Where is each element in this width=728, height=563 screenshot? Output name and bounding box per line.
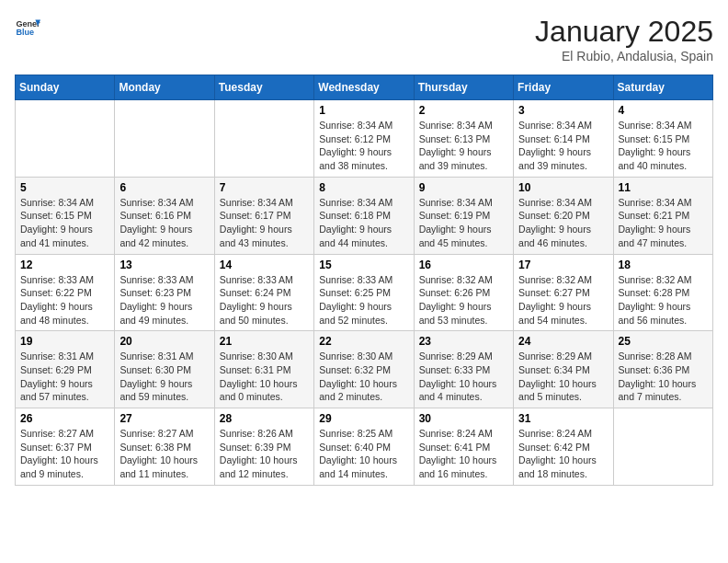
- calendar-day-30: 30Sunrise: 8:24 AMSunset: 6:41 PMDayligh…: [414, 408, 513, 486]
- calendar-day-24: 24Sunrise: 8:29 AMSunset: 6:34 PMDayligh…: [514, 331, 613, 408]
- day-number: 20: [119, 335, 209, 348]
- calendar-day-5: 5Sunrise: 8:34 AMSunset: 6:15 PMDaylight…: [16, 177, 115, 254]
- day-info: Sunrise: 8:31 AMSunset: 6:30 PMDaylight:…: [119, 350, 193, 402]
- day-number: 8: [319, 181, 408, 194]
- day-number: 25: [619, 335, 708, 348]
- calendar-week-3: 12Sunrise: 8:33 AMSunset: 6:22 PMDayligh…: [16, 254, 713, 331]
- calendar-day-1: 1Sunrise: 8:34 AMSunset: 6:12 PMDaylight…: [314, 100, 414, 178]
- day-number: 23: [419, 335, 508, 348]
- day-number: 3: [518, 104, 608, 117]
- day-info: Sunrise: 8:34 AMSunset: 6:19 PMDaylight:…: [419, 197, 493, 248]
- day-info: Sunrise: 8:27 AMSunset: 6:37 PMDaylight:…: [20, 428, 98, 479]
- day-number: 19: [20, 335, 109, 348]
- day-info: Sunrise: 8:34 AMSunset: 6:15 PMDaylight:…: [619, 120, 692, 171]
- calendar-day-27: 27Sunrise: 8:27 AMSunset: 6:38 PMDayligh…: [115, 408, 214, 486]
- day-info: Sunrise: 8:24 AMSunset: 6:41 PMDaylight:…: [419, 428, 497, 479]
- calendar-day-4: 4Sunrise: 8:34 AMSunset: 6:15 PMDaylight…: [613, 100, 712, 178]
- day-info: Sunrise: 8:26 AMSunset: 6:39 PMDaylight:…: [220, 428, 298, 479]
- calendar-day-18: 18Sunrise: 8:32 AMSunset: 6:28 PMDayligh…: [613, 254, 712, 331]
- day-info: Sunrise: 8:28 AMSunset: 6:36 PMDaylight:…: [619, 350, 697, 402]
- weekday-header-row: SundayMondayTuesdayWednesdayThursdayFrid…: [16, 75, 713, 100]
- calendar-day-2: 2Sunrise: 8:34 AMSunset: 6:13 PMDaylight…: [414, 100, 513, 178]
- calendar-day-3: 3Sunrise: 8:34 AMSunset: 6:14 PMDaylight…: [514, 100, 613, 178]
- calendar-day-9: 9Sunrise: 8:34 AMSunset: 6:19 PMDaylight…: [414, 177, 513, 254]
- day-info: Sunrise: 8:34 AMSunset: 6:14 PMDaylight:…: [518, 120, 592, 171]
- calendar-day-10: 10Sunrise: 8:34 AMSunset: 6:20 PMDayligh…: [514, 177, 613, 254]
- day-info: Sunrise: 8:34 AMSunset: 6:13 PMDaylight:…: [419, 120, 493, 171]
- day-info: Sunrise: 8:33 AMSunset: 6:23 PMDaylight:…: [119, 274, 193, 326]
- calendar-day-22: 22Sunrise: 8:30 AMSunset: 6:32 PMDayligh…: [314, 331, 414, 408]
- calendar-day-7: 7Sunrise: 8:34 AMSunset: 6:17 PMDaylight…: [214, 177, 313, 254]
- calendar-day-12: 12Sunrise: 8:33 AMSunset: 6:22 PMDayligh…: [16, 254, 115, 331]
- location: El Rubio, Andalusia, Spain: [535, 49, 713, 63]
- weekday-header-saturday: Saturday: [613, 75, 712, 100]
- calendar-day-14: 14Sunrise: 8:33 AMSunset: 6:24 PMDayligh…: [214, 254, 313, 331]
- calendar-day-29: 29Sunrise: 8:25 AMSunset: 6:40 PMDayligh…: [314, 408, 414, 486]
- day-number: 12: [20, 259, 109, 271]
- day-info: Sunrise: 8:30 AMSunset: 6:32 PMDaylight:…: [319, 350, 397, 402]
- day-number: 22: [319, 335, 408, 348]
- calendar-day-16: 16Sunrise: 8:32 AMSunset: 6:26 PMDayligh…: [414, 254, 513, 331]
- day-number: 10: [518, 181, 608, 194]
- weekday-header-monday: Monday: [115, 75, 214, 100]
- empty-cell: [613, 408, 712, 486]
- day-info: Sunrise: 8:31 AMSunset: 6:29 PMDaylight:…: [20, 350, 94, 402]
- calendar-day-26: 26Sunrise: 8:27 AMSunset: 6:37 PMDayligh…: [16, 408, 115, 486]
- day-number: 17: [518, 259, 608, 271]
- day-number: 4: [619, 104, 708, 117]
- day-number: 6: [119, 181, 209, 194]
- calendar-day-28: 28Sunrise: 8:26 AMSunset: 6:39 PMDayligh…: [214, 408, 313, 486]
- calendar-day-13: 13Sunrise: 8:33 AMSunset: 6:23 PMDayligh…: [115, 254, 214, 331]
- page-header: General Blue January 2025 El Rubio, Anda…: [15, 15, 713, 63]
- day-number: 27: [119, 412, 209, 425]
- day-info: Sunrise: 8:32 AMSunset: 6:27 PMDaylight:…: [518, 274, 592, 326]
- day-number: 1: [319, 104, 408, 117]
- day-number: 28: [220, 412, 309, 425]
- day-number: 13: [119, 259, 209, 271]
- day-number: 26: [20, 412, 109, 425]
- calendar-week-4: 19Sunrise: 8:31 AMSunset: 6:29 PMDayligh…: [16, 331, 713, 408]
- day-number: 14: [220, 259, 309, 271]
- day-info: Sunrise: 8:25 AMSunset: 6:40 PMDaylight:…: [319, 428, 397, 479]
- day-number: 18: [619, 259, 708, 271]
- calendar-day-15: 15Sunrise: 8:33 AMSunset: 6:25 PMDayligh…: [314, 254, 414, 331]
- calendar-day-21: 21Sunrise: 8:30 AMSunset: 6:31 PMDayligh…: [214, 331, 313, 408]
- month-title: January 2025: [535, 15, 713, 49]
- empty-cell: [214, 100, 313, 178]
- logo-icon: General Blue: [15, 15, 40, 40]
- day-number: 16: [419, 259, 508, 271]
- day-info: Sunrise: 8:33 AMSunset: 6:24 PMDaylight:…: [220, 274, 293, 326]
- day-number: 31: [518, 412, 608, 425]
- weekday-header-tuesday: Tuesday: [214, 75, 313, 100]
- day-info: Sunrise: 8:30 AMSunset: 6:31 PMDaylight:…: [220, 350, 298, 402]
- day-info: Sunrise: 8:29 AMSunset: 6:34 PMDaylight:…: [518, 350, 597, 402]
- calendar-day-31: 31Sunrise: 8:24 AMSunset: 6:42 PMDayligh…: [514, 408, 613, 486]
- weekday-header-friday: Friday: [514, 75, 613, 100]
- day-number: 2: [419, 104, 508, 117]
- day-info: Sunrise: 8:34 AMSunset: 6:18 PMDaylight:…: [319, 197, 392, 248]
- calendar-day-25: 25Sunrise: 8:28 AMSunset: 6:36 PMDayligh…: [613, 331, 712, 408]
- day-number: 9: [419, 181, 508, 194]
- day-info: Sunrise: 8:32 AMSunset: 6:26 PMDaylight:…: [419, 274, 493, 326]
- day-info: Sunrise: 8:34 AMSunset: 6:12 PMDaylight:…: [319, 120, 392, 171]
- calendar-day-17: 17Sunrise: 8:32 AMSunset: 6:27 PMDayligh…: [514, 254, 613, 331]
- logo: General Blue: [15, 15, 40, 40]
- day-info: Sunrise: 8:34 AMSunset: 6:16 PMDaylight:…: [119, 197, 193, 248]
- day-number: 29: [319, 412, 408, 425]
- calendar-day-19: 19Sunrise: 8:31 AMSunset: 6:29 PMDayligh…: [16, 331, 115, 408]
- calendar-day-8: 8Sunrise: 8:34 AMSunset: 6:18 PMDaylight…: [314, 177, 414, 254]
- day-number: 7: [220, 181, 309, 194]
- day-info: Sunrise: 8:34 AMSunset: 6:21 PMDaylight:…: [619, 197, 692, 248]
- empty-cell: [115, 100, 214, 178]
- day-info: Sunrise: 8:27 AMSunset: 6:38 PMDaylight:…: [119, 428, 198, 479]
- empty-cell: [16, 100, 115, 178]
- day-info: Sunrise: 8:34 AMSunset: 6:17 PMDaylight:…: [220, 197, 293, 248]
- day-number: 5: [20, 181, 109, 194]
- day-number: 30: [419, 412, 508, 425]
- calendar-day-6: 6Sunrise: 8:34 AMSunset: 6:16 PMDaylight…: [115, 177, 214, 254]
- svg-text:Blue: Blue: [16, 28, 34, 37]
- day-info: Sunrise: 8:29 AMSunset: 6:33 PMDaylight:…: [419, 350, 497, 402]
- day-number: 11: [619, 181, 708, 194]
- day-number: 21: [220, 335, 309, 348]
- day-number: 15: [319, 259, 408, 271]
